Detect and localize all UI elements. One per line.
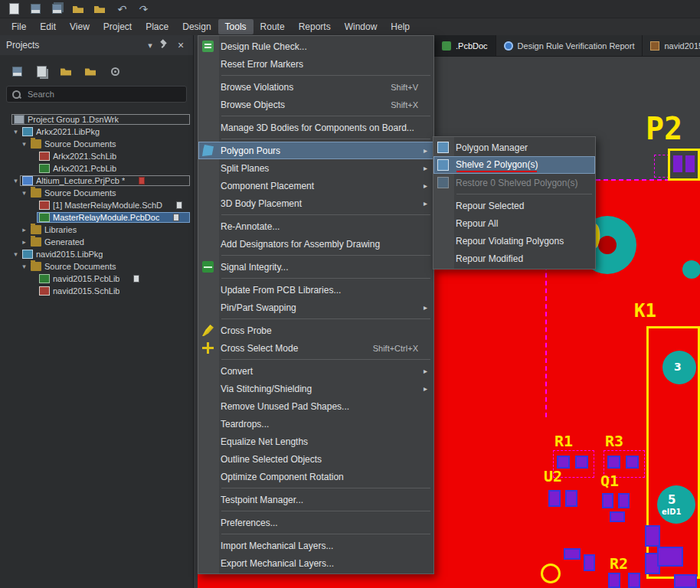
pin-icon[interactable] bbox=[159, 39, 172, 51]
tree-item-navid2015-schlib[interactable]: navid2015.SchLib bbox=[0, 285, 193, 297]
submenu-item-restore-0-shelved-polygon-s[interactable]: Restore 0 Shelved Polygon(s) bbox=[433, 174, 595, 191]
menu-item-import-mechanical-layers[interactable]: Import Mechanical Layers... bbox=[198, 537, 433, 554]
toolbar-button[interactable] bbox=[49, 2, 64, 16]
tree-expander-icon[interactable]: ▾ bbox=[20, 263, 28, 270]
menubar-item-reports[interactable]: Reports bbox=[292, 19, 338, 34]
panel-toolbar-button[interactable] bbox=[34, 64, 49, 78]
toolbar-button[interactable] bbox=[135, 2, 150, 16]
menu-item-component-placement[interactable]: Component Placement ▸ bbox=[198, 177, 433, 194]
menu-item-outline-selected-objects[interactable]: Outline Selected Objects bbox=[198, 450, 433, 468]
menu-item-3d-body-placement[interactable]: 3D Body Placement ▸ bbox=[198, 194, 433, 212]
pad bbox=[657, 547, 683, 567]
tree-item-arkx2021-libpkg[interactable]: ▾ Arkx2021.LibPkg bbox=[0, 126, 193, 138]
menu-item-signal-integrity[interactable]: Signal Integrity... bbox=[198, 258, 433, 276]
tree-item-altium-lecture-prjpcb[interactable]: ▾ Altium_Lecture.PrjPcb * bbox=[0, 175, 193, 187]
menubar-item-project[interactable]: Project bbox=[96, 19, 139, 34]
tree-item-arkx2021-schlib[interactable]: Arkx2021.SchLib bbox=[0, 150, 193, 162]
tree-item-source-documents[interactable]: ▾ Source Documents bbox=[0, 187, 193, 199]
tree-item-project-group-1-dsnwrk[interactable]: Project Group 1.DsnWrk bbox=[0, 113, 193, 126]
menu-item-testpoint-manager[interactable]: Testpoint Manager... bbox=[198, 491, 433, 508]
menu-item-re-annotate[interactable]: Re-Annotate... bbox=[198, 217, 433, 235]
menubar-item-label: Design bbox=[182, 21, 211, 32]
tree-item-libraries[interactable]: ▸ Libraries bbox=[0, 224, 193, 236]
menu-item-polygon-pours[interactable]: Polygon Pours ▸ bbox=[198, 142, 433, 159]
menu-item-via-stitching-shielding[interactable]: Via Stitching/Shielding ▸ bbox=[198, 380, 433, 397]
menu-item-browse-violations[interactable]: Browse Violations Shift+V bbox=[198, 78, 433, 96]
menu-item-pin-part-swapping[interactable]: Pin/Part Swapping ▸ bbox=[198, 299, 433, 316]
menubar-item-window[interactable]: Window bbox=[338, 19, 384, 34]
panel-toolbar-button[interactable] bbox=[58, 64, 74, 78]
document-tab-pcbdoc[interactable]: .PcbDoc bbox=[434, 35, 496, 56]
tree-item-masterrelaymodule-pcbdoc[interactable]: MasterRelayModule.PcbDoc bbox=[0, 211, 193, 224]
submenu-item-repour-selected[interactable]: Repour Selected bbox=[433, 197, 595, 214]
open-folder-icon bbox=[61, 67, 71, 76]
tree-expander-icon[interactable]: ▾ bbox=[20, 190, 28, 197]
menu-item-update-from-pcb-libraries[interactable]: Update From PCB Libraries... bbox=[198, 281, 433, 299]
tree-item-arkx2021-pcblib[interactable]: Arkx2021.PcbLib bbox=[0, 162, 193, 175]
pad bbox=[575, 456, 588, 469]
tree-expander-icon[interactable]: ▾ bbox=[11, 178, 20, 185]
document-tab-navid2015-pcblib[interactable]: navid2015.PcbLib bbox=[643, 35, 700, 56]
toolbar-button[interactable] bbox=[92, 2, 107, 16]
submenu-item-repour-violating-polygons[interactable]: Repour Violating Polygons bbox=[433, 232, 595, 250]
tree-item-label: navid2015.LibPkg bbox=[36, 250, 103, 259]
menu-item-remove-unused-pad-shapes[interactable]: Remove Unused Pad Shapes... bbox=[198, 397, 433, 415]
menubar-item-route[interactable]: Route bbox=[254, 19, 292, 34]
menu-item-teardrops[interactable]: Teardrops... bbox=[198, 415, 433, 433]
add-folder-icon bbox=[85, 67, 96, 76]
tree-item-generated[interactable]: ▸ Generated bbox=[0, 236, 193, 248]
menu-item-reset-error-markers[interactable]: Reset Error Markers bbox=[198, 55, 433, 73]
toolbar-button[interactable] bbox=[6, 2, 21, 16]
menu-item-equalize-net-lengths[interactable]: Equalize Net Lengths bbox=[198, 433, 433, 450]
tree-item-label: Source Documents bbox=[44, 139, 116, 149]
menu-item-cross-probe[interactable]: Cross Probe bbox=[198, 322, 433, 339]
toolbar-button[interactable] bbox=[113, 2, 129, 16]
search-input[interactable] bbox=[26, 89, 182, 100]
menu-item-browse-objects[interactable]: Browse Objects Shift+X bbox=[198, 96, 433, 113]
menu-item-split-planes[interactable]: Split Planes ▸ bbox=[198, 159, 433, 177]
tree-item-navid2015-libpkg[interactable]: ▾ navid2015.LibPkg bbox=[0, 248, 193, 260]
tree-expander-icon[interactable]: ▸ bbox=[20, 239, 28, 246]
menu-item-cross-select-mode[interactable]: Cross Select Mode Shift+Ctrl+X bbox=[198, 339, 433, 357]
document-tab-design-rule-verification-report[interactable]: Design Rule Verification Report bbox=[496, 35, 643, 56]
menu-item-design-rule-check[interactable]: Design Rule Check... bbox=[198, 38, 433, 55]
search-box[interactable] bbox=[6, 86, 187, 103]
projects-panel-toolbar bbox=[0, 60, 193, 83]
tree-expander-icon[interactable]: ▾ bbox=[11, 129, 20, 136]
panel-toolbar-button[interactable] bbox=[9, 64, 25, 78]
menubar-item-help[interactable]: Help bbox=[384, 19, 417, 34]
menubar-item-file[interactable]: File bbox=[5, 19, 33, 34]
menu-item-add-designators-for-assembly-drawing[interactable]: Add Designators for Assembly Drawing bbox=[198, 235, 433, 253]
close-icon[interactable] bbox=[175, 39, 187, 51]
submenu-item-repour-all[interactable]: Repour All bbox=[433, 214, 595, 232]
chevron-down-icon[interactable] bbox=[144, 39, 156, 51]
submenu-item-repour-modified[interactable]: Repour Modified bbox=[433, 250, 595, 267]
tree-expander-icon[interactable]: ▸ bbox=[20, 227, 28, 234]
menubar-item-label: File bbox=[11, 21, 26, 32]
submenu-item-shelve-2-polygon-s[interactable]: Shelve 2 Polygon(s) bbox=[433, 156, 595, 174]
panel-toolbar-button[interactable] bbox=[107, 64, 123, 78]
tree-item-source-documents[interactable]: ▾ Source Documents bbox=[0, 260, 193, 273]
menu-item-convert[interactable]: Convert ▸ bbox=[198, 362, 433, 380]
menu-item-optimize-component-rotation[interactable]: Optimize Component Rotation bbox=[198, 468, 433, 485]
panel-toolbar-button[interactable] bbox=[83, 64, 98, 78]
tree-item-source-documents[interactable]: ▾ Source Documents bbox=[0, 138, 193, 150]
toolbar-button[interactable] bbox=[28, 2, 43, 16]
tree-expander-icon[interactable]: ▾ bbox=[20, 141, 28, 148]
menubar-item-edit[interactable]: Edit bbox=[33, 19, 63, 34]
menubar-item-view[interactable]: View bbox=[63, 19, 96, 34]
menu-item-label: Via Stitching/Shielding bbox=[221, 384, 403, 394]
toolbar-button[interactable] bbox=[70, 2, 86, 16]
tree-item-navid2015-pcblib[interactable]: navid2015.PcbLib bbox=[0, 273, 193, 285]
tree-item-1-masterrelaymodule-schd[interactable]: [1] MasterRelayModule.SchD bbox=[0, 199, 193, 211]
tree-expander-icon[interactable]: ▾ bbox=[11, 251, 20, 258]
submenu-item-polygon-manager[interactable]: Polygon Manager bbox=[433, 139, 595, 156]
menu-item-export-mechanical-layers[interactable]: Export Mechanical Layers... bbox=[198, 554, 433, 572]
menubar-item-tools[interactable]: Tools bbox=[218, 19, 254, 34]
menubar-item-design[interactable]: Design bbox=[175, 19, 218, 34]
menu-separator bbox=[221, 318, 430, 319]
tree-item-label: navid2015.SchLib bbox=[53, 286, 119, 296]
menubar-item-place[interactable]: Place bbox=[139, 19, 175, 34]
menu-item-manage-3d-bodies-for-components-on-board[interactable]: Manage 3D Bodies for Components on Board… bbox=[198, 119, 433, 136]
menu-item-preferences[interactable]: Preferences... bbox=[198, 514, 433, 531]
